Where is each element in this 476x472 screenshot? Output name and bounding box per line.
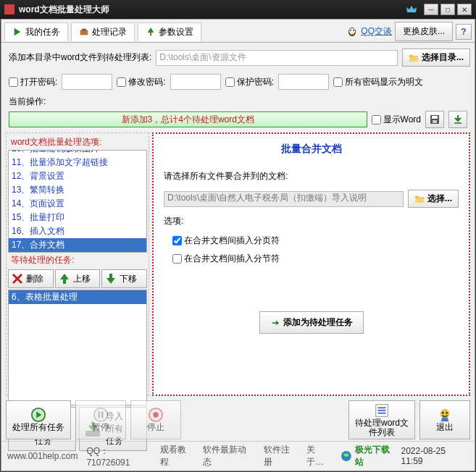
tab-label: 我的任务: [25, 26, 60, 38]
qq-chat-link[interactable]: QQ交谈: [346, 25, 392, 38]
section-break-check[interactable]: 在合并文档间插入分节符: [172, 253, 450, 265]
pause-button[interactable]: 暂停: [75, 400, 126, 439]
list-item[interactable]: 15、批量打印: [9, 211, 146, 224]
svg-rect-2: [150, 33, 151, 35]
site-link[interactable]: www.001help.com: [7, 451, 78, 461]
tutorial-link[interactable]: 观看教程: [160, 444, 194, 468]
list-item[interactable]: 12、背景设置: [9, 169, 146, 183]
choose-dir-button[interactable]: 选择目录...: [402, 49, 470, 67]
svg-point-4: [349, 28, 355, 34]
maximize-button[interactable]: □: [440, 4, 455, 15]
brand-icon: [341, 450, 352, 462]
tab-history[interactable]: 处理记录: [71, 22, 135, 41]
svg-point-20: [153, 413, 158, 418]
mod-pwd-input[interactable]: [170, 74, 221, 90]
x-icon: [10, 271, 25, 286]
add-dir-label: 添加本目录中word文件到待处理列表:: [9, 51, 151, 64]
list-item[interactable]: 13、繁简转换: [9, 183, 146, 197]
change-skin-button[interactable]: 更换皮肤...: [395, 22, 453, 41]
prot-pwd-check[interactable]: 保护密码:: [225, 76, 274, 88]
svg-point-5: [350, 30, 351, 31]
svg-point-6: [353, 30, 354, 31]
news-link[interactable]: 软件最新动态: [203, 444, 254, 468]
add-task-button[interactable]: 添加为待处理任务: [259, 311, 364, 334]
pause-circle-icon: [93, 407, 109, 423]
plain-pwd-check[interactable]: 所有密码显示为明文: [333, 76, 423, 88]
qq-icon: [346, 26, 358, 38]
queue-list[interactable]: 6、表格批量处理: [8, 290, 147, 405]
close-button[interactable]: ✕: [457, 4, 472, 15]
panel-title: 批量合并文档: [158, 138, 464, 166]
briefcase-icon: [79, 27, 89, 37]
svg-rect-10: [454, 122, 462, 124]
help-button[interactable]: ?: [456, 24, 472, 40]
play-icon: [12, 27, 22, 37]
download-status-button[interactable]: [448, 111, 467, 128]
play-circle-icon: [30, 407, 46, 423]
tree-icon: [146, 27, 156, 37]
options-heading: word文档批量处理选项:: [8, 135, 147, 150]
target-path-input[interactable]: D:\tools\桌面\自然人电子税务局（扣缴端）导入说明: [164, 191, 404, 207]
page-break-check[interactable]: 在合并文档间插入分页符: [172, 235, 450, 247]
minimize-button[interactable]: ─: [424, 4, 438, 15]
list-icon: [374, 403, 390, 418]
move-up-button[interactable]: 上移: [55, 269, 101, 288]
qq-number: QQ：710726091: [86, 445, 151, 468]
list-item[interactable]: 6、表格批量处理: [9, 290, 146, 304]
save-status-button[interactable]: [425, 111, 444, 128]
list-item[interactable]: 11、批量添加文字超链接: [9, 156, 146, 169]
svg-rect-18: [101, 412, 104, 418]
options-label: 选项:: [158, 211, 464, 232]
arrow-down-icon: [104, 271, 118, 286]
delete-button[interactable]: 删除: [8, 269, 54, 288]
target-label: 请选择所有文件要合并到的文档:: [158, 166, 464, 187]
open-pwd-check[interactable]: 打开密码:: [9, 76, 57, 88]
current-op-label: 当前操作:: [1, 94, 475, 109]
choose-target-button[interactable]: 选择...: [408, 190, 459, 208]
folder-open-icon: [414, 194, 425, 204]
stop-circle-icon: [148, 407, 164, 423]
folder-open-icon: [409, 53, 419, 63]
crown-icon: [406, 4, 417, 15]
register-link[interactable]: 软件注册: [264, 444, 298, 468]
svg-rect-9: [433, 120, 437, 123]
show-word-check[interactable]: 显示Word: [372, 114, 421, 126]
run-all-button[interactable]: 处理所有任务: [6, 400, 71, 439]
status-bar: 新添加3，总计4个待处理word文档: [9, 111, 367, 127]
queue-heading: 等待处理的任务:: [8, 253, 147, 268]
choose-target-label: 选择...: [427, 193, 452, 205]
arrow-up-icon: [57, 271, 72, 286]
prot-pwd-input[interactable]: [278, 74, 329, 90]
file-list-button[interactable]: 待处理word文 件列表: [348, 400, 415, 439]
mod-pwd-check[interactable]: 修改密码:: [117, 76, 165, 88]
svg-rect-17: [98, 412, 100, 418]
tab-label: 参数设置: [159, 26, 193, 38]
move-down-button[interactable]: 下移: [101, 269, 147, 288]
tab-my-tasks[interactable]: 我的任务: [4, 22, 68, 41]
tab-label: 处理记录: [92, 26, 127, 38]
about-link[interactable]: 关于…: [306, 444, 333, 468]
add-task-label: 添加为待处理任务: [283, 316, 353, 329]
list-item[interactable]: 17、合并文档: [9, 238, 146, 252]
qq-link-text: QQ交谈: [361, 25, 392, 38]
dir-path-input[interactable]: [156, 50, 398, 66]
brand-text: 极光下载站: [355, 444, 398, 468]
choose-dir-label: 选择目录...: [422, 51, 464, 64]
exit-icon: [437, 407, 453, 423]
right-arrow-icon: [270, 318, 280, 328]
svg-rect-8: [432, 116, 438, 119]
open-pwd-input[interactable]: [62, 74, 112, 90]
list-item[interactable]: 14、页面设置: [9, 197, 146, 211]
list-item[interactable]: 10、批量随机版权图片: [9, 150, 146, 156]
app-logo-icon: [4, 4, 14, 14]
svg-point-27: [446, 412, 448, 414]
options-list[interactable]: 8、批量运行word宏代码9、批量版权/随机文字10、批量随机版权图片11、批量…: [8, 150, 147, 253]
stop-button[interactable]: 停止: [130, 400, 181, 439]
exit-button[interactable]: 退出: [419, 400, 470, 439]
svg-point-26: [442, 412, 444, 414]
list-item[interactable]: 16、插入文档: [9, 224, 146, 238]
tab-settings[interactable]: 参数设置: [138, 22, 201, 41]
svg-rect-1: [82, 29, 85, 31]
download-icon: [452, 114, 464, 125]
timestamp: 2022-08-25 11:59: [401, 446, 469, 466]
